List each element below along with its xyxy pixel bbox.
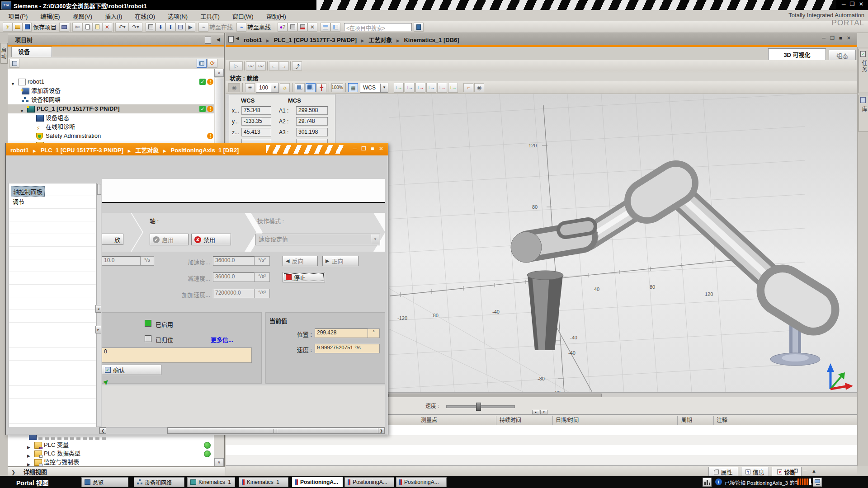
splitter-collapse-left-icon[interactable]: ◂	[95, 305, 101, 313]
open-project-icon[interactable]	[13, 23, 23, 32]
grid-toggle-icon[interactable]: ▦	[348, 83, 358, 92]
tree-row-plc-tags[interactable]: ▶ PLC 变量	[8, 441, 214, 450]
taskbar-kinematics-to-button[interactable]: Kinematics_1	[239, 477, 288, 487]
tree-row-safety[interactable]: Safety Administration !	[8, 131, 214, 141]
zoom-100-icon[interactable]: 100%	[331, 83, 343, 92]
tree-row-add-device[interactable]: ✳ 添加新设备	[8, 86, 214, 95]
axis-enable-button[interactable]: ✔ 启用	[150, 234, 189, 245]
dialog-title-bar[interactable]: robot1 ▶ PLC_1 [CPU 1517TF-3 PN/DP] ▶ 工艺…	[6, 143, 388, 155]
save-icon[interactable]	[23, 23, 32, 32]
wcs-x-field[interactable]: 75.348	[241, 106, 271, 115]
tree-label[interactable]: 添加新设备	[31, 86, 61, 95]
go-online-icon[interactable]: ⌁	[198, 23, 208, 32]
col-datetime[interactable]: 日期/时间	[556, 415, 579, 426]
refresh-icon[interactable]: ⟳	[208, 59, 217, 68]
undo-icon[interactable]: ↶▾	[115, 23, 129, 32]
inspector-minimize-icon[interactable]: ─	[803, 468, 807, 474]
tab-info[interactable]: ↯ 信息	[741, 467, 769, 477]
brightness-light-icon[interactable]: ☼	[280, 83, 290, 92]
go-online-label[interactable]: 转至在线	[209, 23, 233, 31]
dialog-maximize-icon[interactable]: ■	[371, 145, 374, 152]
download-icon[interactable]: ⬇	[156, 23, 165, 32]
accessible-devices-icon[interactable]	[288, 23, 297, 32]
search-input[interactable]: <在项目中搜索>	[344, 23, 412, 31]
stop-cpu-icon[interactable]: ▶	[185, 23, 195, 32]
delete-icon[interactable]: ✕	[102, 23, 112, 32]
hscroll-left-icon[interactable]: ❮	[99, 427, 106, 434]
collapse-left-icon[interactable]: ◀	[236, 36, 239, 41]
tree-label[interactable]: 设备组态	[46, 113, 69, 122]
view-3d-icon[interactable]: ₃	[306, 83, 316, 92]
editor-float-icon[interactable]: ❐	[830, 35, 835, 41]
tree-label[interactable]: robot1	[28, 77, 44, 86]
camera-path-icon[interactable]: ◉	[474, 83, 484, 92]
dialog-crumb-project[interactable]: robot1	[10, 147, 28, 154]
tree-scroll-up-icon[interactable]: ∧	[214, 69, 224, 77]
upload-icon[interactable]: ⬆	[165, 23, 175, 32]
robot-pose-icon[interactable]: ⌐	[463, 83, 473, 92]
axis-disable-button[interactable]: ✘ 禁用	[191, 234, 231, 245]
collapse-panel-icon[interactable]: ◀	[217, 37, 220, 42]
menu-help[interactable]: 帮助(H)	[266, 12, 286, 20]
save-project-label[interactable]: 保存项目	[33, 23, 57, 31]
status-monitor-icon[interactable]	[813, 478, 822, 487]
menu-edit[interactable]: 编辑(E)	[40, 12, 60, 20]
mcs-a2-field[interactable]: 29.748	[296, 117, 328, 126]
splitter-collapse-right-icon[interactable]: ▸	[95, 326, 101, 333]
taskbar-devices-networks-button[interactable]: 设备和网络	[134, 477, 184, 487]
dialog-hscrollbar[interactable]: ❮ ❯	[99, 427, 385, 434]
go-offline-icon[interactable]: ⌁	[236, 23, 246, 32]
dialog-nav-scroll-thumb[interactable]	[97, 184, 101, 195]
dialog-minimize-icon[interactable]: ─	[353, 145, 357, 152]
menu-view[interactable]: 视图(V)	[73, 12, 92, 20]
mcs-a3-field[interactable]: 301.198	[296, 128, 328, 136]
view-yz-icon[interactable]: ↑→	[426, 83, 436, 93]
tab-3d-visualization[interactable]: 3D 可视化	[768, 48, 826, 60]
detail-expand-icon[interactable]: ❯	[11, 469, 15, 475]
overview-toggle-icon[interactable]	[197, 59, 207, 68]
status-chart-icon[interactable]	[703, 478, 712, 487]
float-icon[interactable]	[228, 36, 234, 42]
new-project-icon[interactable]: ✳	[3, 23, 13, 32]
deceleration-field[interactable]: 36000.0	[213, 272, 255, 282]
view-3d-origin-icon[interactable]: ╋	[316, 83, 326, 92]
wcs-y-field[interactable]: -133.35	[241, 117, 271, 126]
col-cycle[interactable]: 周期	[681, 415, 692, 426]
window-minimize-button[interactable]: ─	[842, 1, 846, 7]
view-xz-icon[interactable]: ↑→	[405, 83, 415, 93]
tree-row-project[interactable]: ▼ robot1 ✓ !	[8, 77, 214, 86]
taskbar-kinematics-3d-button[interactable]: Kinematics_1	[187, 477, 235, 487]
tree-row-watch-tables[interactable]: ▶ 监控与强制表	[8, 458, 214, 467]
taskbar-positioning2-button[interactable]: PositioningA...	[344, 477, 394, 487]
nav-axis-control-panel[interactable]: 轴控制面板	[11, 186, 45, 197]
start-portal-vertical-tab[interactable]: 启动	[0, 43, 8, 64]
start-cpu-icon[interactable]	[175, 23, 185, 32]
menu-insert[interactable]: 插入(I)	[105, 12, 122, 20]
stop-button[interactable]: 停止	[283, 272, 325, 282]
tab-configuration[interactable]: 组态	[829, 50, 856, 60]
dialog-float-icon[interactable]: ❐	[361, 145, 366, 152]
cs-dropdown-icon[interactable]: ▼	[380, 84, 388, 92]
pane-collapse-down-icon[interactable]: ▼	[540, 410, 547, 414]
split-vertical-icon[interactable]	[330, 23, 340, 32]
libraries-tab[interactable]: 库	[859, 95, 868, 132]
menu-options[interactable]: 选项(N)	[168, 12, 188, 20]
menu-project[interactable]: 项目(P)	[8, 12, 28, 20]
tree-row-plc[interactable]: ▼ PLC_1 [CPU 1517TF-3 PN/DP] ✓ !	[8, 104, 214, 113]
devices-tab[interactable]: 设备	[11, 47, 52, 57]
menu-tools[interactable]: 工具(T)	[200, 12, 220, 20]
view-zy-icon[interactable]: ↑→	[415, 83, 425, 93]
pin-icon[interactable]	[205, 37, 211, 44]
redo-icon[interactable]: ↷▾	[129, 23, 142, 32]
taskbar-positioning1-button[interactable]: PositioningA...	[292, 477, 343, 487]
start-simulation-icon[interactable]	[297, 23, 307, 32]
portal-view-button[interactable]: Portal 视图	[16, 478, 49, 487]
view-xy-icon[interactable]: ↑→	[448, 83, 458, 93]
global-find-icon[interactable]	[414, 23, 424, 32]
print-icon[interactable]	[59, 23, 69, 32]
paste-icon[interactable]	[92, 23, 102, 32]
col-measuring-point[interactable]: 测量点	[421, 415, 437, 426]
more-info-link[interactable]: 更多信...	[211, 335, 233, 344]
menu-window[interactable]: 窗口(W)	[232, 12, 254, 20]
cut-icon[interactable]: ✄	[72, 23, 82, 32]
